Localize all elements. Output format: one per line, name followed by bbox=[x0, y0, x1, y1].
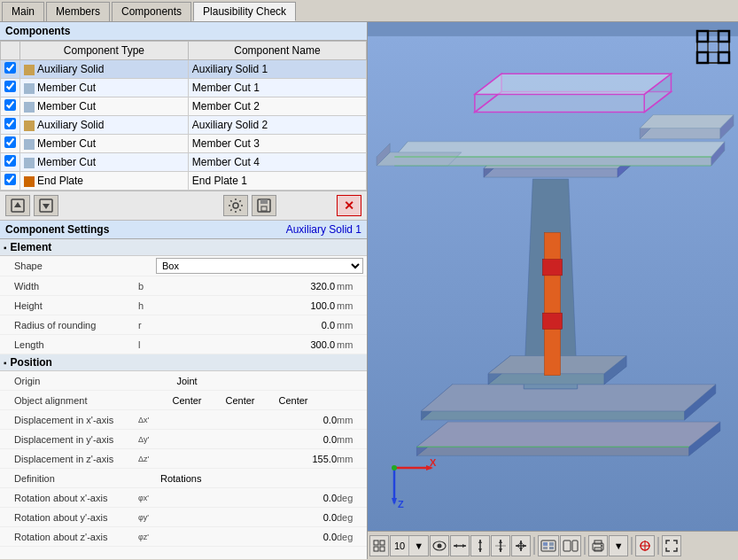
disp-x-label: Displacement in x'-axis bbox=[14, 415, 138, 425]
view-btn-crosshair[interactable] bbox=[635, 535, 655, 556]
table-row[interactable]: Member Cut Member Cut 2 bbox=[1, 97, 367, 116]
svg-rect-90 bbox=[563, 541, 571, 551]
table-row[interactable]: Member Cut Member Cut 4 bbox=[1, 153, 367, 172]
3d-view-panel: Z X 10 ▼ bbox=[368, 22, 738, 559]
row-name: Member Cut 1 bbox=[188, 79, 366, 97]
svg-rect-88 bbox=[543, 547, 548, 549]
disp-z-label: Displacement in z'-axis bbox=[14, 454, 138, 464]
rot-y-value: 0.0 bbox=[160, 512, 337, 523]
rot-y-label: Rotation about y'-axis bbox=[14, 512, 138, 523]
svg-rect-65 bbox=[374, 547, 378, 551]
tab-main[interactable]: Main bbox=[2, 2, 44, 21]
row-name: Auxiliary Solid 2 bbox=[188, 116, 366, 135]
view-btn-fullscreen[interactable] bbox=[662, 535, 681, 556]
width-unit: mm bbox=[337, 281, 363, 292]
col-name: Component Name bbox=[188, 42, 366, 60]
height-sym: h bbox=[138, 300, 156, 311]
settings-content: ▪ Element Shape Box Width b 320.0 mm Hei… bbox=[0, 239, 367, 559]
settings-button[interactable] bbox=[223, 195, 248, 216]
svg-rect-54 bbox=[697, 52, 708, 63]
table-row[interactable]: Member Cut Member Cut 3 bbox=[1, 135, 367, 153]
row-checkbox[interactable] bbox=[1, 172, 20, 191]
row-name: Member Cut 2 bbox=[188, 97, 366, 116]
tab-plausibility[interactable]: Plausibility Check bbox=[193, 2, 296, 21]
row-type: Auxiliary Solid bbox=[20, 60, 189, 79]
svg-marker-82 bbox=[519, 548, 523, 551]
move-down-button[interactable] bbox=[34, 195, 58, 216]
table-row[interactable]: Member Cut Member Cut 1 bbox=[1, 79, 367, 97]
element-group-label: Element bbox=[11, 241, 52, 253]
row-name: End Plate 1 bbox=[188, 172, 366, 191]
width-value: 320.0 bbox=[156, 281, 335, 292]
svg-rect-91 bbox=[572, 541, 578, 551]
view-btn-render[interactable] bbox=[538, 535, 559, 556]
components-header: Components bbox=[0, 22, 367, 41]
origin-row: Origin Joint bbox=[0, 371, 367, 391]
svg-rect-53 bbox=[719, 31, 729, 42]
table-row[interactable]: End Plate End Plate 1 bbox=[1, 172, 367, 191]
row-checkbox[interactable] bbox=[1, 97, 20, 116]
row-name: Auxiliary Solid 1 bbox=[188, 60, 366, 79]
view-btn-arrows-v[interactable] bbox=[470, 535, 490, 556]
obj-align-label: Object alignment bbox=[14, 395, 138, 406]
save-button[interactable] bbox=[252, 195, 276, 216]
row-checkbox[interactable] bbox=[1, 153, 20, 172]
view-btn-grid[interactable] bbox=[369, 535, 389, 556]
svg-marker-77 bbox=[499, 548, 502, 552]
radius-sym: r bbox=[138, 320, 156, 331]
svg-marker-81 bbox=[519, 541, 523, 544]
position-group[interactable]: ▪ Position bbox=[0, 354, 367, 371]
element-group[interactable]: ▪ Element bbox=[0, 239, 367, 256]
view-btn-eye[interactable] bbox=[430, 535, 449, 556]
view-count-dropdown[interactable]: ▼ bbox=[408, 536, 428, 556]
view-grid-icon[interactable] bbox=[695, 29, 731, 65]
obj-align-col3: Center bbox=[267, 395, 320, 406]
rot-y-sym: φy' bbox=[138, 513, 160, 522]
coordinate-axes: Z X bbox=[385, 459, 439, 515]
view-btn-arrows-z[interactable] bbox=[491, 535, 510, 556]
view-btn-arrows-xy[interactable] bbox=[511, 535, 531, 556]
height-unit: mm bbox=[337, 300, 363, 311]
radius-unit: mm bbox=[337, 320, 363, 331]
svg-text:X: X bbox=[430, 459, 437, 468]
svg-marker-73 bbox=[478, 540, 482, 543]
move-up-button[interactable] bbox=[5, 195, 30, 216]
col-check bbox=[1, 42, 20, 60]
tab-components[interactable]: Components bbox=[112, 2, 191, 21]
height-label: Height bbox=[14, 300, 138, 311]
row-checkbox[interactable] bbox=[1, 60, 20, 79]
svg-rect-52 bbox=[697, 31, 708, 42]
component-toolbar: ✕ bbox=[0, 191, 367, 221]
row-checkbox[interactable] bbox=[1, 116, 20, 135]
svg-rect-36 bbox=[542, 260, 562, 276]
row-name: Member Cut 3 bbox=[188, 135, 366, 153]
rot-x-unit: deg bbox=[337, 493, 363, 503]
svg-point-95 bbox=[601, 545, 602, 547]
row-type: Member Cut bbox=[20, 153, 189, 172]
view-btn-arrows-h[interactable] bbox=[450, 535, 470, 556]
svg-point-68 bbox=[438, 543, 442, 548]
row-checkbox[interactable] bbox=[1, 135, 20, 153]
width-row: Width b 320.0 mm bbox=[0, 276, 367, 296]
row-checkbox[interactable] bbox=[1, 79, 20, 97]
view-btn-print[interactable] bbox=[588, 535, 608, 556]
col-type: Component Type bbox=[20, 42, 189, 60]
svg-marker-41 bbox=[640, 115, 734, 128]
tab-members[interactable]: Members bbox=[46, 2, 110, 21]
delete-button[interactable]: ✕ bbox=[337, 195, 361, 216]
obj-align-col2: Center bbox=[214, 395, 267, 406]
height-value: 100.0 bbox=[156, 300, 335, 311]
rot-z-sym: φz' bbox=[138, 533, 160, 541]
disp-x-unit: mm bbox=[337, 415, 363, 425]
view-btn-layers[interactable] bbox=[560, 535, 581, 556]
table-row[interactable]: Auxiliary Solid Auxiliary Solid 1 bbox=[1, 60, 367, 79]
svg-marker-42 bbox=[377, 152, 462, 166]
svg-rect-64 bbox=[380, 541, 385, 545]
position-group-label: Position bbox=[11, 356, 52, 369]
length-row: Length l 300.0 mm bbox=[0, 335, 367, 354]
view-btn-print-dropdown[interactable]: ▼ bbox=[609, 535, 628, 556]
table-row[interactable]: Auxiliary Solid Auxiliary Solid 2 bbox=[1, 116, 367, 135]
svg-marker-70 bbox=[454, 544, 457, 548]
svg-marker-57 bbox=[392, 498, 397, 505]
shape-select[interactable]: Box bbox=[156, 258, 363, 274]
